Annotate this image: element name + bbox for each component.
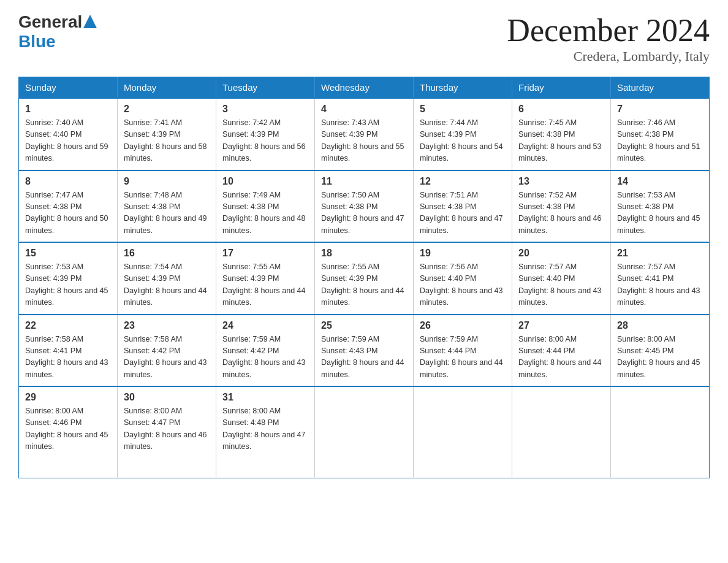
calendar-cell: 25 Sunrise: 7:59 AMSunset: 4:43 PMDaylig… bbox=[315, 315, 414, 387]
column-header-saturday: Saturday bbox=[611, 77, 710, 99]
location-subtitle: Credera, Lombardy, Italy bbox=[507, 48, 710, 64]
calendar-cell: 24 Sunrise: 7:59 AMSunset: 4:42 PMDaylig… bbox=[216, 315, 315, 387]
calendar-cell: 26 Sunrise: 7:59 AMSunset: 4:44 PMDaylig… bbox=[414, 315, 512, 387]
day-number: 9 bbox=[124, 176, 210, 187]
day-info: Sunrise: 7:58 AMSunset: 4:41 PMDaylight:… bbox=[25, 335, 108, 379]
day-info: Sunrise: 7:55 AMSunset: 4:39 PMDaylight:… bbox=[222, 262, 306, 307]
column-header-sunday: Sunday bbox=[19, 77, 118, 99]
logo-blue-text: Blue bbox=[18, 32, 97, 52]
day-number: 8 bbox=[25, 176, 111, 187]
day-number: 3 bbox=[222, 104, 308, 115]
day-number: 20 bbox=[518, 248, 604, 259]
day-info: Sunrise: 7:49 AMSunset: 4:38 PMDaylight:… bbox=[222, 191, 306, 235]
day-number: 28 bbox=[617, 320, 703, 331]
day-info: Sunrise: 8:00 AMSunset: 4:45 PMDaylight:… bbox=[617, 335, 700, 379]
day-info: Sunrise: 7:57 AMSunset: 4:41 PMDaylight:… bbox=[617, 262, 700, 307]
day-info: Sunrise: 7:40 AMSunset: 4:40 PMDaylight:… bbox=[25, 118, 108, 163]
calendar-cell: 18 Sunrise: 7:55 AMSunset: 4:39 PMDaylig… bbox=[315, 242, 414, 315]
calendar-cell: 28 Sunrise: 8:00 AMSunset: 4:45 PMDaylig… bbox=[611, 315, 710, 387]
day-info: Sunrise: 7:42 AMSunset: 4:39 PMDaylight:… bbox=[222, 118, 306, 163]
day-info: Sunrise: 7:52 AMSunset: 4:38 PMDaylight:… bbox=[518, 191, 602, 235]
calendar-cell: 23 Sunrise: 7:58 AMSunset: 4:42 PMDaylig… bbox=[118, 315, 216, 387]
day-number: 24 bbox=[222, 320, 308, 331]
day-number: 7 bbox=[617, 104, 703, 115]
day-info: Sunrise: 7:53 AMSunset: 4:38 PMDaylight:… bbox=[617, 191, 700, 235]
day-info: Sunrise: 7:59 AMSunset: 4:42 PMDaylight:… bbox=[222, 335, 306, 379]
day-number: 16 bbox=[124, 248, 210, 259]
day-info: Sunrise: 7:48 AMSunset: 4:38 PMDaylight:… bbox=[124, 191, 207, 235]
day-info: Sunrise: 7:57 AMSunset: 4:40 PMDaylight:… bbox=[518, 262, 602, 307]
day-number: 26 bbox=[420, 320, 506, 331]
logo-triangle-icon bbox=[83, 15, 97, 28]
day-info: Sunrise: 7:53 AMSunset: 4:39 PMDaylight:… bbox=[25, 262, 108, 307]
day-number: 10 bbox=[222, 176, 308, 187]
day-number: 25 bbox=[321, 320, 407, 331]
column-header-tuesday: Tuesday bbox=[216, 77, 315, 99]
page-header: General Blue December 2024 Credera, Lomb… bbox=[18, 12, 710, 64]
day-info: Sunrise: 8:00 AMSunset: 4:48 PMDaylight:… bbox=[222, 407, 306, 451]
month-title: December 2024 bbox=[507, 12, 710, 48]
day-number: 22 bbox=[25, 320, 111, 331]
day-info: Sunrise: 8:00 AMSunset: 4:44 PMDaylight:… bbox=[518, 335, 602, 379]
day-number: 5 bbox=[420, 104, 506, 115]
day-number: 17 bbox=[222, 248, 308, 259]
calendar-cell: 4 Sunrise: 7:43 AMSunset: 4:39 PMDayligh… bbox=[315, 98, 414, 170]
calendar-cell: 6 Sunrise: 7:45 AMSunset: 4:38 PMDayligh… bbox=[512, 98, 611, 170]
calendar-week-row: 15 Sunrise: 7:53 AMSunset: 4:39 PMDaylig… bbox=[19, 242, 710, 315]
column-header-friday: Friday bbox=[512, 77, 611, 99]
day-info: Sunrise: 7:56 AMSunset: 4:40 PMDaylight:… bbox=[420, 262, 503, 307]
calendar-header-row: SundayMondayTuesdayWednesdayThursdayFrid… bbox=[19, 77, 710, 99]
calendar-cell bbox=[611, 386, 710, 478]
calendar-cell: 8 Sunrise: 7:47 AMSunset: 4:38 PMDayligh… bbox=[19, 170, 118, 243]
calendar-cell: 10 Sunrise: 7:49 AMSunset: 4:38 PMDaylig… bbox=[216, 170, 315, 243]
day-info: Sunrise: 7:45 AMSunset: 4:38 PMDaylight:… bbox=[518, 118, 602, 163]
day-number: 31 bbox=[222, 392, 308, 403]
day-number: 30 bbox=[124, 392, 210, 403]
svg-marker-0 bbox=[83, 15, 97, 28]
day-info: Sunrise: 7:46 AMSunset: 4:38 PMDaylight:… bbox=[617, 118, 700, 163]
day-number: 14 bbox=[617, 176, 703, 187]
logo: General Blue bbox=[18, 12, 97, 52]
calendar-cell: 1 Sunrise: 7:40 AMSunset: 4:40 PMDayligh… bbox=[19, 98, 118, 170]
day-info: Sunrise: 7:41 AMSunset: 4:39 PMDaylight:… bbox=[124, 118, 207, 163]
day-info: Sunrise: 7:47 AMSunset: 4:38 PMDaylight:… bbox=[25, 191, 108, 235]
calendar-week-row: 8 Sunrise: 7:47 AMSunset: 4:38 PMDayligh… bbox=[19, 170, 710, 243]
day-number: 29 bbox=[25, 392, 111, 403]
day-info: Sunrise: 7:55 AMSunset: 4:39 PMDaylight:… bbox=[321, 262, 404, 307]
day-number: 15 bbox=[25, 248, 111, 259]
day-number: 18 bbox=[321, 248, 407, 259]
calendar-cell: 16 Sunrise: 7:54 AMSunset: 4:39 PMDaylig… bbox=[118, 242, 216, 315]
calendar-cell: 31 Sunrise: 8:00 AMSunset: 4:48 PMDaylig… bbox=[216, 386, 315, 478]
day-info: Sunrise: 7:50 AMSunset: 4:38 PMDaylight:… bbox=[321, 191, 404, 235]
day-info: Sunrise: 7:51 AMSunset: 4:38 PMDaylight:… bbox=[420, 191, 503, 235]
calendar-cell: 7 Sunrise: 7:46 AMSunset: 4:38 PMDayligh… bbox=[611, 98, 710, 170]
day-number: 6 bbox=[518, 104, 604, 115]
calendar-cell: 17 Sunrise: 7:55 AMSunset: 4:39 PMDaylig… bbox=[216, 242, 315, 315]
calendar-cell bbox=[512, 386, 611, 478]
day-number: 2 bbox=[124, 104, 210, 115]
day-number: 23 bbox=[124, 320, 210, 331]
calendar-cell: 15 Sunrise: 7:53 AMSunset: 4:39 PMDaylig… bbox=[19, 242, 118, 315]
day-number: 1 bbox=[25, 104, 111, 115]
day-number: 19 bbox=[420, 248, 506, 259]
day-info: Sunrise: 8:00 AMSunset: 4:47 PMDaylight:… bbox=[124, 407, 207, 451]
calendar-week-row: 22 Sunrise: 7:58 AMSunset: 4:41 PMDaylig… bbox=[19, 315, 710, 387]
calendar-week-row: 29 Sunrise: 8:00 AMSunset: 4:46 PMDaylig… bbox=[19, 386, 710, 478]
calendar-table: SundayMondayTuesdayWednesdayThursdayFrid… bbox=[18, 77, 710, 478]
day-info: Sunrise: 7:44 AMSunset: 4:39 PMDaylight:… bbox=[420, 118, 503, 163]
column-header-wednesday: Wednesday bbox=[315, 77, 414, 99]
calendar-cell: 30 Sunrise: 8:00 AMSunset: 4:47 PMDaylig… bbox=[118, 386, 216, 478]
day-number: 12 bbox=[420, 176, 506, 187]
calendar-cell: 29 Sunrise: 8:00 AMSunset: 4:46 PMDaylig… bbox=[19, 386, 118, 478]
calendar-cell bbox=[315, 386, 414, 478]
title-section: December 2024 Credera, Lombardy, Italy bbox=[507, 12, 710, 64]
calendar-cell: 20 Sunrise: 7:57 AMSunset: 4:40 PMDaylig… bbox=[512, 242, 611, 315]
calendar-cell: 2 Sunrise: 7:41 AMSunset: 4:39 PMDayligh… bbox=[118, 98, 216, 170]
calendar-cell: 5 Sunrise: 7:44 AMSunset: 4:39 PMDayligh… bbox=[414, 98, 512, 170]
day-info: Sunrise: 7:54 AMSunset: 4:39 PMDaylight:… bbox=[124, 262, 207, 307]
calendar-week-row: 1 Sunrise: 7:40 AMSunset: 4:40 PMDayligh… bbox=[19, 98, 710, 170]
day-info: Sunrise: 7:59 AMSunset: 4:43 PMDaylight:… bbox=[321, 335, 404, 379]
calendar-cell: 19 Sunrise: 7:56 AMSunset: 4:40 PMDaylig… bbox=[414, 242, 512, 315]
calendar-cell: 21 Sunrise: 7:57 AMSunset: 4:41 PMDaylig… bbox=[611, 242, 710, 315]
day-info: Sunrise: 7:43 AMSunset: 4:39 PMDaylight:… bbox=[321, 118, 404, 163]
